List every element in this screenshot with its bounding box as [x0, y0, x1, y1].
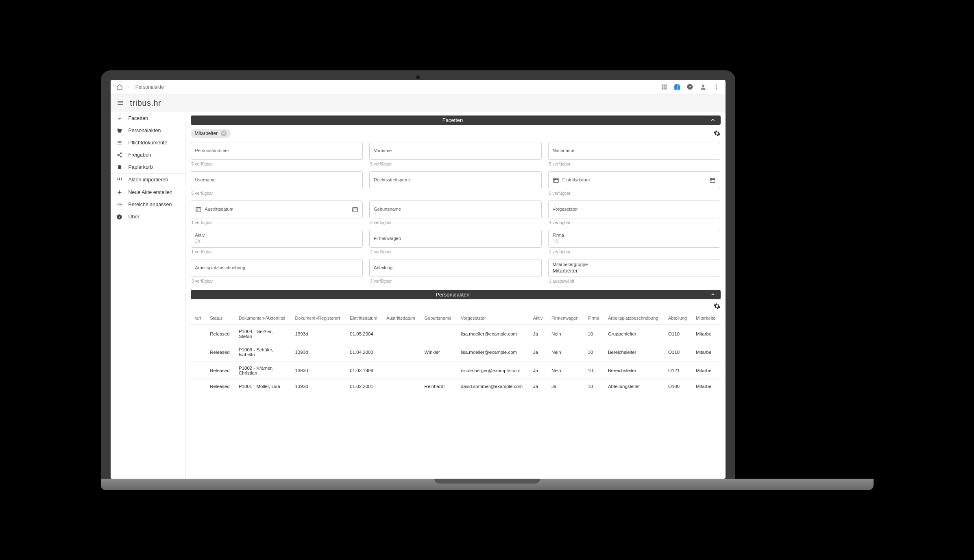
- table-cell: O121: [664, 361, 692, 379]
- table-header[interactable]: Arbeitsplatzbeschreibung: [604, 312, 664, 325]
- facet-input[interactable]: MitarbeitergruppeMitarbeiter: [548, 259, 721, 277]
- table-header[interactable]: Vorgesetzter: [457, 312, 529, 325]
- personalakten-section-header[interactable]: Personalakten: [191, 290, 721, 299]
- table-cell: P1004 - Geißler, Stefan: [235, 325, 291, 343]
- table-header[interactable]: Aktiv: [529, 312, 547, 325]
- table-cell: [191, 343, 206, 361]
- field-hint: 5 verfügbar: [191, 189, 363, 196]
- table-cell: 01.05.2004: [346, 325, 382, 343]
- sidebar-item-facetten[interactable]: Facetten: [111, 112, 185, 124]
- sidebar-item-akten-importieren[interactable]: Akten importieren: [111, 173, 185, 186]
- help-icon[interactable]: ?: [686, 83, 694, 91]
- table-header[interactable]: Status: [206, 312, 235, 325]
- facet-input[interactable]: Vorgesetzter: [548, 200, 721, 218]
- facet-input[interactable]: Austrittsdatum: [191, 200, 363, 218]
- chevron-up-icon[interactable]: [710, 292, 716, 297]
- table-header[interactable]: Firmenwagen: [547, 312, 584, 325]
- sidebar-item-neue-akte[interactable]: Neue Akte erstellen: [111, 186, 185, 198]
- field-value: Ja: [195, 238, 359, 244]
- svg-rect-65: [353, 207, 357, 212]
- sidebar-item-ueber[interactable]: i Über: [111, 211, 185, 223]
- table-header[interactable]: Eintrittsdatum: [346, 312, 382, 325]
- chip-remove-icon[interactable]: ✕: [221, 131, 227, 136]
- calendar-picker-icon[interactable]: [709, 177, 716, 183]
- facet-input[interactable]: AktivJa: [191, 230, 363, 248]
- facet-settings-icon[interactable]: [713, 130, 721, 137]
- table-header[interactable]: Austrittsdatum: [382, 312, 420, 325]
- facet-field: Austrittsdatum1 verfügbar: [191, 200, 363, 225]
- facet-input[interactable]: Vorname: [369, 142, 542, 160]
- table-cell: O110: [664, 325, 692, 343]
- svg-rect-5: [665, 86, 667, 87]
- facet-input[interactable]: Abteilung: [369, 259, 542, 277]
- content-area: Facetten Mitarbeiter ✕ Personalnummer5 v…: [186, 112, 726, 479]
- svg-point-16: [702, 85, 704, 87]
- field-label: Personalnummer: [195, 148, 359, 153]
- facet-input[interactable]: Nachname: [548, 142, 721, 160]
- columns-icon: [116, 202, 123, 207]
- sidebar-item-label: Bereiche anpassen: [129, 202, 172, 207]
- table-header[interactable]: Abteilung: [664, 312, 692, 325]
- svg-rect-55: [710, 178, 715, 183]
- sidebar-item-label: Freigaben: [129, 152, 151, 158]
- table-row[interactable]: ReleasedP1002 - Krämer, Christian1393d01…: [191, 361, 721, 379]
- table-cell: O110: [664, 343, 692, 361]
- svg-rect-38: [119, 179, 120, 180]
- sidebar-item-personalakten[interactable]: Personalakten: [111, 124, 185, 137]
- sidebar-item-freigaben[interactable]: Freigaben: [111, 149, 185, 161]
- facet-input[interactable]: Geburtsname: [369, 200, 542, 218]
- svg-text:i: i: [119, 215, 120, 219]
- facet-field: Rechtsstreitsperre: [369, 171, 542, 196]
- user-icon[interactable]: [699, 83, 707, 91]
- table-cell: Ja: [547, 379, 584, 393]
- table-header[interactable]: Dokumenten-/Aktentitel: [235, 312, 291, 325]
- personalakten-table: rartStatusDokumenten-/AktentitelDokument…: [191, 312, 721, 393]
- table-header[interactable]: Firma: [584, 312, 604, 325]
- sidebar-item-papierkorb[interactable]: Papierkorb: [111, 161, 185, 173]
- table-header[interactable]: rart: [191, 312, 206, 325]
- breadcrumb-separator: ›: [129, 85, 130, 89]
- table-cell: 01.04.2003: [346, 343, 382, 361]
- table-row[interactable]: ReleasedP1001 - Möller, Lisa1393d01.02.2…: [191, 379, 721, 393]
- filter-chip-mitarbeiter[interactable]: Mitarbeiter ✕: [191, 129, 231, 138]
- table-cell: 1393d: [291, 325, 346, 343]
- facet-input[interactable]: Arbeitsplatzbeschreibung: [191, 259, 363, 277]
- sidebar-item-bereiche[interactable]: Bereiche anpassen: [111, 198, 185, 211]
- facetten-section-header[interactable]: Facetten: [191, 115, 721, 125]
- sidebar-item-label: Papierkorb: [129, 164, 153, 170]
- table-cell: 1393d: [291, 361, 346, 379]
- home-icon[interactable]: [116, 84, 123, 90]
- calendar-picker-icon[interactable]: [352, 206, 358, 213]
- more-icon[interactable]: [713, 83, 720, 91]
- sidebar-item-pflichtdokumente[interactable]: Pflichtdokumente: [111, 137, 185, 149]
- field-label: Rechtsstreitsperre: [374, 177, 537, 182]
- table-row[interactable]: ReleasedP1003 - Schüler, Isabella1393d01…: [191, 343, 721, 361]
- table-header[interactable]: Geburtsname: [421, 312, 457, 325]
- facet-input[interactable]: Eintrittsdatum: [548, 171, 721, 189]
- field-label: Abteilung: [374, 265, 537, 270]
- svg-rect-1: [663, 85, 665, 86]
- table-settings-icon[interactable]: [713, 303, 721, 310]
- apps-grid-icon[interactable]: [660, 83, 668, 91]
- field-label: Geburtsname: [374, 207, 537, 211]
- svg-rect-11: [677, 85, 678, 90]
- table-header[interactable]: Dokument-/Registerart: [291, 312, 346, 325]
- facet-input[interactable]: Firmenwagen: [369, 230, 542, 248]
- menu-icon[interactable]: [116, 99, 124, 107]
- table-cell: [191, 325, 206, 343]
- breadcrumb-page[interactable]: Personalakte: [135, 84, 164, 90]
- table-header[interactable]: Mitarbeite: [692, 312, 721, 325]
- facet-input[interactable]: Rechtsstreitsperre: [369, 171, 542, 189]
- svg-text:?: ?: [689, 85, 691, 89]
- chevron-up-icon[interactable]: [710, 117, 716, 123]
- facet-input[interactable]: Personalnummer: [191, 142, 363, 160]
- facet-input[interactable]: Firma10: [548, 230, 721, 248]
- svg-rect-8: [665, 88, 667, 89]
- facet-input[interactable]: Username: [191, 171, 363, 189]
- facet-field: Firmenwagen2 verfügbar: [369, 230, 542, 254]
- table-row[interactable]: ReleasedP1004 - Geißler, Stefan1393d01.0…: [191, 325, 721, 343]
- table-cell: Ja: [529, 361, 547, 379]
- table-cell: Winkler: [421, 343, 457, 361]
- app-window: › Personalakte ? tribus.hr: [111, 80, 726, 479]
- gift-icon[interactable]: [673, 83, 681, 91]
